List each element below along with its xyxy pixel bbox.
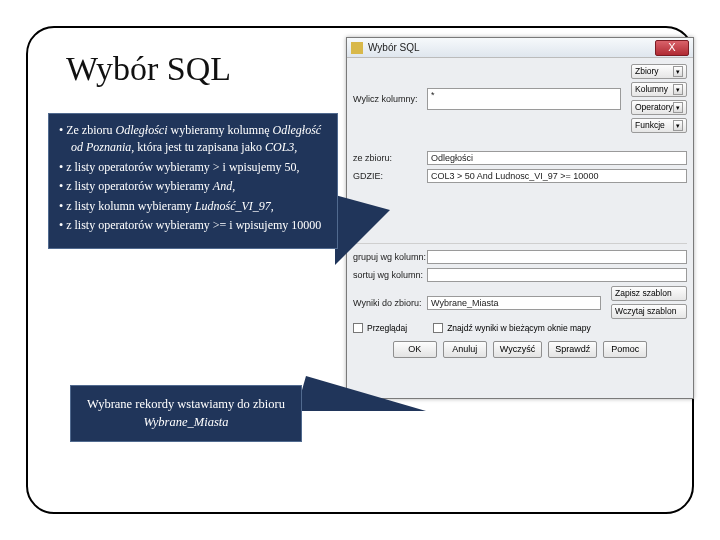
bullet-1: Ze zbioru Odległości wybieramy kolumnę O… — [59, 122, 327, 157]
dialog-titlebar: Wybór SQL X — [347, 38, 693, 58]
help-button[interactable]: Pomoc — [603, 341, 647, 358]
separator — [353, 243, 687, 244]
btn-kolumny[interactable]: Kolumny▾ — [631, 82, 687, 97]
dialog-title: Wybór SQL — [368, 42, 655, 53]
chevron-down-icon[interactable]: ▾ — [673, 102, 683, 113]
label-gdzie: GDZIE: — [353, 171, 427, 181]
field-gdzie[interactable]: COL3 > 50 And Ludnosc_VI_97 >= 10000 — [427, 169, 687, 183]
instructions-callout: Ze zbioru Odległości wybieramy kolumnę O… — [48, 113, 338, 249]
field-wyniki[interactable]: Wybrane_Miasta — [427, 296, 601, 310]
field-grupuj[interactable] — [427, 250, 687, 264]
field-wylicz[interactable]: * — [427, 88, 621, 110]
checkbox-znajdz[interactable] — [433, 323, 443, 333]
cancel-button[interactable]: Anuluj — [443, 341, 487, 358]
slide-title: Wybór SQL — [66, 50, 231, 88]
chevron-down-icon[interactable]: ▾ — [673, 66, 683, 77]
btn-zapisz-szablon[interactable]: Zapisz szablon — [611, 286, 687, 301]
bullet-5: z listy operatorów wybieramy >= i wpisuj… — [59, 217, 327, 234]
label-ze: ze zbioru: — [353, 153, 427, 163]
chevron-down-icon[interactable]: ▾ — [673, 120, 683, 131]
label-wyniki: Wyniki do zbioru: — [353, 298, 427, 308]
bullet-3: z listy operatorów wybieramy And, — [59, 178, 327, 195]
callout-pointer-1 — [335, 195, 390, 265]
ok-button[interactable]: OK — [393, 341, 437, 358]
checkbox-przegladaj[interactable] — [353, 323, 363, 333]
btn-funkcje[interactable]: Funkcje▾ — [631, 118, 687, 133]
app-icon — [351, 42, 363, 54]
verify-button[interactable]: Sprawdź — [548, 341, 597, 358]
field-ze[interactable]: Odległości — [427, 151, 687, 165]
label-znajdz: Znajdź wyniki w bieżącym oknie mapy — [447, 323, 591, 333]
sql-select-dialog: Wybór SQL X Wylicz kolumny: * Zbiory▾ Ko… — [346, 37, 694, 399]
close-button[interactable]: X — [655, 40, 689, 56]
result-callout: Wybrane rekordy wstawiamy do zbioru Wybr… — [70, 385, 302, 442]
label-wylicz: Wylicz kolumny: — [353, 94, 427, 104]
label-sortuj: sortuj wg kolumn: — [353, 270, 427, 280]
btn-zbiory[interactable]: Zbiory▾ — [631, 64, 687, 79]
field-sortuj[interactable] — [427, 268, 687, 282]
label-przegladaj: Przeglądaj — [367, 323, 407, 333]
btn-operatory[interactable]: Operatory▾ — [631, 100, 687, 115]
btn-wczytaj-szablon[interactable]: Wczytaj szablon — [611, 304, 687, 319]
bullet-4: z listy kolumn wybieramy Ludność_VI_97, — [59, 198, 327, 215]
chevron-down-icon[interactable]: ▾ — [673, 84, 683, 95]
clear-button[interactable]: Wyczyść — [493, 341, 542, 358]
bullet-2: z listy operatorów wybieramy > i wpisuje… — [59, 159, 327, 176]
